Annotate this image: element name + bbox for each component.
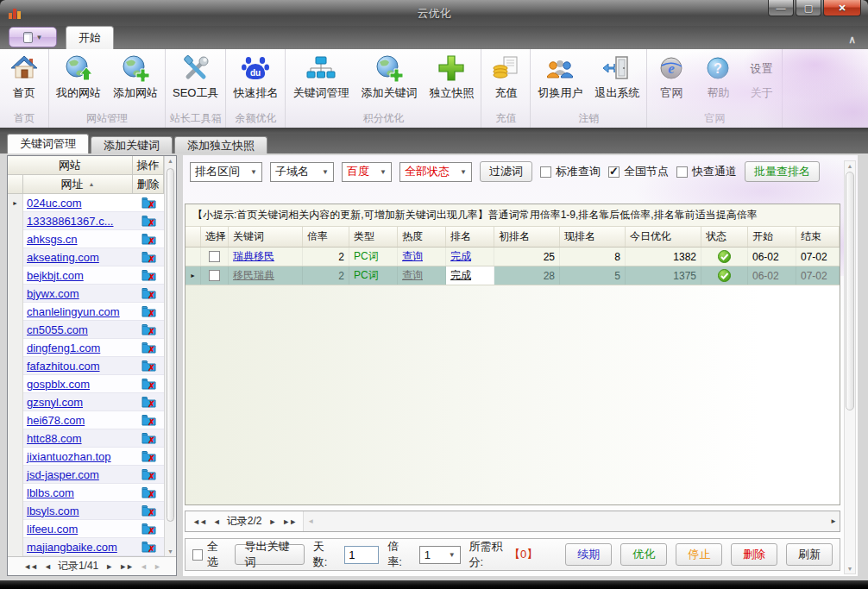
checkbox-icon[interactable] [209, 251, 220, 262]
site-link[interactable]: 024uc.com [27, 197, 82, 210]
subdomain-select[interactable]: 子域名 ▼ [270, 162, 334, 182]
seo-tools-button[interactable]: SEO工具 [167, 51, 224, 110]
site-row[interactable]: akseating.com ✗ [8, 248, 164, 266]
col-heat[interactable]: 热度 [398, 227, 446, 247]
delete-button[interactable]: 删除 [731, 543, 777, 566]
checkbox-icon[interactable] [676, 166, 688, 178]
site-link[interactable]: bejkbjt.com [27, 269, 84, 282]
switch-user-button[interactable]: 切换用户 [531, 51, 588, 110]
delete-site-button[interactable]: ✗ [133, 411, 164, 429]
col-init-rank[interactable]: 初排名 [494, 227, 560, 247]
site-link[interactable]: lblbs.com [27, 486, 74, 499]
site-row[interactable]: bjywx.com ✗ [8, 285, 164, 303]
app-menu-button[interactable]: ▼ [9, 27, 57, 47]
delete-site-button[interactable]: ✗ [133, 339, 164, 357]
cell-keyword[interactable]: 移民瑞典 [233, 268, 274, 283]
renew-button[interactable]: 续期 [565, 543, 612, 566]
col-select[interactable]: 选择 [201, 227, 229, 247]
nav-next-icon[interactable]: ► [105, 562, 112, 571]
nav-next-icon[interactable]: ► [268, 517, 275, 526]
optimize-button[interactable]: 优化 [620, 543, 667, 566]
days-input[interactable] [344, 546, 379, 564]
delete-site-button[interactable]: ✗ [133, 194, 164, 212]
help-button[interactable]: ? 帮助 [695, 51, 741, 110]
nav-first-icon[interactable]: ◄◄ [192, 517, 206, 526]
scroll-down-icon[interactable]: ▼ [845, 566, 855, 572]
nav-last-icon[interactable]: ►► [282, 517, 296, 526]
site-row[interactable]: bejkbjt.com ✗ [8, 266, 164, 285]
site-row[interactable]: jsd-jasper.com ✗ [8, 466, 164, 484]
tab-add-keyword[interactable]: 添加关键词 [91, 136, 173, 154]
about-button[interactable]: 关于 [750, 85, 772, 101]
site-link[interactable]: majiangbaike.com [27, 541, 117, 554]
delete-site-button[interactable]: ✗ [133, 448, 164, 466]
home-button[interactable]: 首页 [1, 51, 47, 110]
standard-query-checkbox[interactable]: 标准查询 [540, 164, 601, 179]
export-keywords-button[interactable]: 导出关键词 [235, 544, 304, 565]
delete-site-button[interactable]: ✗ [133, 357, 164, 375]
site-row[interactable]: httc88.com ✗ [8, 429, 164, 448]
checkbox-icon[interactable] [209, 270, 220, 281]
site-link[interactable]: dingfeng1.com [27, 341, 100, 354]
site-link[interactable]: cn5055.com [27, 323, 88, 336]
checkbox-icon[interactable] [608, 166, 620, 178]
col-end[interactable]: 结束 [796, 227, 840, 247]
site-link[interactable]: akseating.com [27, 251, 99, 264]
site-row[interactable]: jixiantuozhan.top ✗ [8, 448, 164, 466]
site-link[interactable]: fafazhitou.com [27, 360, 100, 373]
site-row[interactable]: lifeeu.com ✗ [8, 520, 164, 538]
site-link[interactable]: hei678.com [27, 414, 85, 427]
nav-prev-icon[interactable]: ◄ [44, 562, 51, 571]
delete-site-button[interactable]: ✗ [133, 393, 164, 411]
my-websites-button[interactable]: 我的网站 [50, 51, 107, 110]
delete-site-button[interactable]: ✗ [133, 502, 164, 520]
site-link[interactable]: gzsnyl.com [27, 396, 83, 409]
delete-site-button[interactable]: ✗ [133, 303, 164, 321]
scroll-down-icon[interactable]: ▼ [165, 548, 176, 555]
site-row[interactable]: fafazhitou.com ✗ [8, 357, 164, 375]
delete-site-button[interactable]: ✗ [133, 429, 164, 448]
cell-heat[interactable]: 查询 [402, 268, 423, 283]
rate-select[interactable]: 1 ▼ [419, 546, 461, 564]
site-row[interactable]: ahksgs.cn ✗ [8, 230, 164, 248]
site-link[interactable]: bjywx.com [27, 287, 79, 300]
site-link[interactable]: lifeeu.com [27, 523, 78, 536]
col-today-opt[interactable]: 今日优化 [626, 227, 701, 247]
scroll-up-icon[interactable]: ▲ [165, 158, 176, 164]
site-link[interactable]: lbsyls.com [27, 504, 79, 517]
delete-site-button[interactable]: ✗ [133, 520, 164, 538]
select-all-checkbox[interactable]: 全选 [192, 539, 226, 570]
recharge-button[interactable]: 充值 [482, 51, 529, 110]
grid-row[interactable]: 瑞典移民 2 PC词 查询 完成 25 8 1382 06-02 07-02 [186, 248, 840, 266]
checkbox-icon[interactable] [540, 166, 551, 178]
site-link[interactable]: httc88.com [27, 432, 82, 445]
col-rate[interactable]: 倍率 [303, 227, 349, 247]
col-cur-rank[interactable]: 现排名 [560, 227, 626, 247]
site-link[interactable]: jixiantuozhan.top [27, 450, 111, 463]
site-link[interactable]: 13338861367.c... [27, 215, 113, 228]
delete-site-button[interactable]: ✗ [133, 266, 164, 285]
scroll-up-icon[interactable]: ▲ [845, 163, 855, 169]
keyword-manage-button[interactable]: 关键词管理 [286, 51, 355, 110]
site-row[interactable]: 13338861367.c... ✗ [8, 212, 164, 230]
batch-rank-check-button[interactable]: 批量查排名 [745, 161, 820, 182]
sidebar-header-website[interactable]: 网站 [8, 156, 133, 175]
scrollbar-thumb[interactable] [846, 172, 854, 410]
close-button[interactable]: ✕ [823, 0, 861, 16]
national-node-checkbox[interactable]: 全国节点 [608, 164, 669, 179]
minimize-button[interactable]: — [768, 0, 794, 16]
site-link[interactable]: gospblx.com [27, 378, 90, 391]
site-row[interactable]: majiangbaike.com ✗ [8, 538, 164, 556]
scroll-left-icon[interactable]: ◄ [307, 517, 313, 525]
nav-prev-icon[interactable]: ◄ [213, 517, 220, 526]
delete-site-button[interactable]: ✗ [133, 285, 164, 303]
add-keyword-button[interactable]: 添加关键词 [355, 51, 423, 110]
delete-site-button[interactable]: ✗ [133, 212, 164, 230]
site-row[interactable]: gzsnyl.com ✗ [8, 393, 164, 411]
col-rank[interactable]: 排名 [446, 227, 494, 247]
standalone-snapshot-button[interactable]: 独立快照 [423, 51, 480, 110]
site-row[interactable]: chanlelingyun.com ✗ [8, 303, 164, 321]
delete-site-button[interactable]: ✗ [133, 484, 164, 502]
quick-rank-button[interactable]: du 快速排名 [227, 51, 284, 110]
cell-rank[interactable]: 完成 [450, 268, 471, 283]
